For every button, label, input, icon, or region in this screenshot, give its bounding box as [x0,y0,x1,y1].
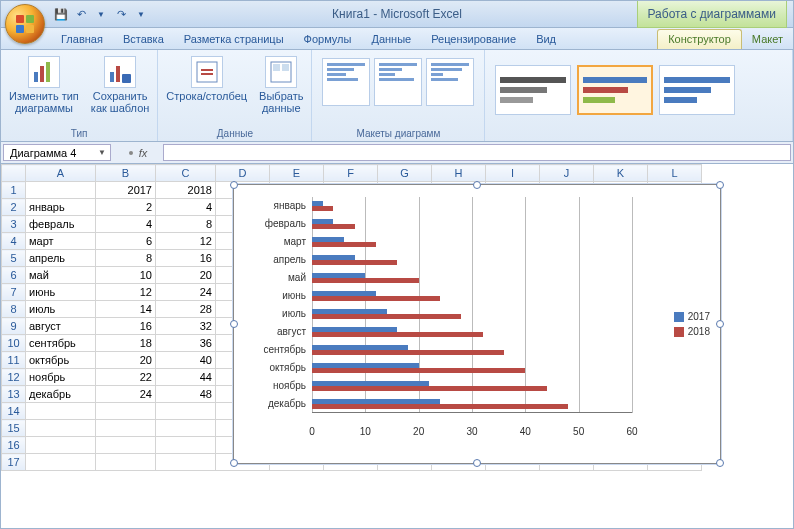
cell-C14[interactable] [156,403,216,420]
bar-2018-3[interactable] [312,260,397,265]
chart-layout-1[interactable] [322,58,370,106]
col-header-D[interactable]: D [216,165,270,182]
cell-C5[interactable]: 16 [156,250,216,267]
name-box-input[interactable] [8,146,88,160]
bar-2017-2[interactable] [312,237,344,242]
change-chart-type-button[interactable]: Изменить тип диаграммы [7,54,81,116]
cell-B13[interactable]: 24 [96,386,156,403]
cell-C2[interactable]: 4 [156,199,216,216]
bar-2018-0[interactable] [312,206,333,211]
row-header-5[interactable]: 5 [2,250,26,267]
cell-C4[interactable]: 12 [156,233,216,250]
col-header-H[interactable]: H [432,165,486,182]
row-header-12[interactable]: 12 [2,369,26,386]
tab-layout[interactable]: Макет [742,30,793,49]
bar-2017-7[interactable] [312,327,397,332]
bar-2017-10[interactable] [312,381,429,386]
cell-A17[interactable] [26,454,96,471]
cell-C3[interactable]: 8 [156,216,216,233]
row-header-17[interactable]: 17 [2,454,26,471]
select-all-cell[interactable] [2,165,26,182]
save-template-button[interactable]: Сохранить как шаблон [89,54,152,116]
row-header-6[interactable]: 6 [2,267,26,284]
bar-2017-5[interactable] [312,291,376,296]
cell-C15[interactable] [156,420,216,437]
bar-2017-1[interactable] [312,219,333,224]
row-header-3[interactable]: 3 [2,216,26,233]
save-icon[interactable]: 💾 [53,6,69,22]
chart-resize-handle-6[interactable] [473,459,481,467]
cell-B7[interactable]: 12 [96,284,156,301]
cell-C6[interactable]: 20 [156,267,216,284]
fx-label[interactable]: fx [139,147,148,159]
cell-A8[interactable]: июль [26,301,96,318]
office-button[interactable] [5,4,45,44]
cell-B2[interactable]: 2 [96,199,156,216]
bar-2018-9[interactable] [312,368,525,373]
cell-C10[interactable]: 36 [156,335,216,352]
cell-A16[interactable] [26,437,96,454]
bar-2018-1[interactable] [312,224,355,229]
cell-B15[interactable] [96,420,156,437]
bar-2018-5[interactable] [312,296,440,301]
col-header-I[interactable]: I [486,165,540,182]
cell-A11[interactable]: октябрь [26,352,96,369]
cell-B17[interactable] [96,454,156,471]
row-header-9[interactable]: 9 [2,318,26,335]
cell-C7[interactable]: 24 [156,284,216,301]
qat-customize-icon[interactable]: ▼ [133,6,149,22]
row-header-14[interactable]: 14 [2,403,26,420]
formula-bar[interactable] [163,144,791,161]
cell-B9[interactable]: 16 [96,318,156,335]
cell-C17[interactable] [156,454,216,471]
chart-style-2-selected[interactable] [577,65,653,115]
cell-C13[interactable]: 48 [156,386,216,403]
bar-2018-7[interactable] [312,332,483,337]
bar-2017-0[interactable] [312,201,323,206]
tab-insert[interactable]: Вставка [113,30,174,49]
cell-B6[interactable]: 10 [96,267,156,284]
cell-A6[interactable]: май [26,267,96,284]
switch-row-col-button[interactable]: Строка/столбец [164,54,249,104]
bar-2018-10[interactable] [312,386,547,391]
tab-review[interactable]: Рецензирование [421,30,526,49]
chart-resize-handle-3[interactable] [230,320,238,328]
legend-item-2017[interactable]: 2017 [674,311,710,322]
cell-B16[interactable] [96,437,156,454]
undo-dropdown-icon[interactable]: ▼ [93,6,109,22]
tab-home[interactable]: Главная [51,30,113,49]
bar-2018-8[interactable] [312,350,504,355]
bar-2018-11[interactable] [312,404,568,409]
bar-2018-6[interactable] [312,314,461,319]
cell-A4[interactable]: март [26,233,96,250]
chart-layout-2[interactable] [374,58,422,106]
row-header-10[interactable]: 10 [2,335,26,352]
chart-plot-area[interactable]: 0102030405060январьфевральмартапрельмайи… [312,197,632,437]
chart-resize-handle-7[interactable] [716,459,724,467]
select-data-button[interactable]: Выбрать данные [257,54,305,116]
col-header-L[interactable]: L [648,165,702,182]
undo-icon[interactable]: ↶ [73,6,89,22]
chart-resize-handle-5[interactable] [230,459,238,467]
worksheet-area[interactable]: ABCDEFGHIJKL1201720182январь243февраль48… [1,164,793,528]
chart-resize-handle-2[interactable] [716,181,724,189]
tab-formulas[interactable]: Формулы [294,30,362,49]
tab-view[interactable]: Вид [526,30,566,49]
embedded-chart[interactable]: 0102030405060январьфевральмартапрельмайи… [233,184,721,464]
row-header-16[interactable]: 16 [2,437,26,454]
row-header-11[interactable]: 11 [2,352,26,369]
cell-B1[interactable]: 2017 [96,182,156,199]
tab-data[interactable]: Данные [361,30,421,49]
chart-resize-handle-0[interactable] [230,181,238,189]
row-header-7[interactable]: 7 [2,284,26,301]
name-box[interactable]: ▼ [3,144,111,161]
cell-A1[interactable] [26,182,96,199]
row-header-1[interactable]: 1 [2,182,26,199]
cell-C9[interactable]: 32 [156,318,216,335]
bar-2017-4[interactable] [312,273,365,278]
cell-C16[interactable] [156,437,216,454]
bar-2017-8[interactable] [312,345,408,350]
cell-A14[interactable] [26,403,96,420]
bar-2017-6[interactable] [312,309,387,314]
cell-A2[interactable]: январь [26,199,96,216]
